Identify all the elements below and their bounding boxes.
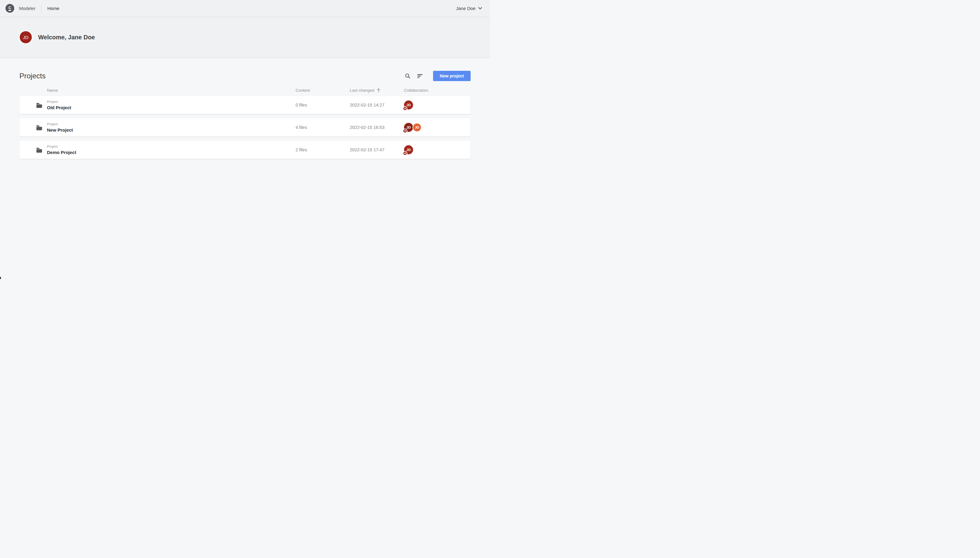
project-name: Demo Project (47, 149, 296, 155)
logo-underline (8, 10, 11, 11)
project-row-new-project[interactable]: Project New Project 4 files 2022-02-15 1… (20, 118, 471, 136)
projects-section: Projects (0, 58, 490, 159)
column-header-name[interactable]: Name (47, 88, 296, 93)
project-last-changed-cell: 2022-02-15 14:27 (350, 103, 404, 107)
project-type-label: Project (47, 100, 296, 104)
new-project-button[interactable]: New project (433, 71, 471, 81)
projects-table-header: Name Content Last changed Collaborators (20, 88, 471, 93)
folder-icon (20, 102, 47, 108)
project-collaborators-cell: JD ★ (404, 100, 471, 110)
welcome-greeting: Welcome, Jane Doe (38, 34, 95, 41)
search-button[interactable] (402, 71, 413, 81)
column-header-last-changed-label: Last changed (350, 88, 374, 93)
brand-label[interactable]: Modeler (19, 6, 35, 11)
project-name-cell: Project Old Project (47, 100, 296, 110)
search-icon (405, 73, 411, 79)
folder-icon (20, 147, 47, 153)
bottom-left-artifact (0, 277, 1, 279)
sort-button[interactable] (415, 71, 425, 81)
project-content-cell: 2 files (296, 148, 350, 152)
welcome-avatar: JD (20, 31, 32, 43)
project-collaborators-cell: JD ★ (404, 145, 471, 154)
column-header-content[interactable]: Content (296, 88, 350, 93)
star-badge-icon: ★ (403, 151, 407, 156)
chevron-down-icon (478, 7, 482, 10)
collaborator-avatar: JD ★ (404, 145, 413, 154)
column-header-collaborators: Collaborators (404, 88, 471, 93)
logo-letter: C (8, 6, 11, 10)
user-name: Jane Doe (456, 6, 476, 11)
project-name-cell: Project Demo Project (47, 144, 296, 155)
top-navbar: C Modeler Home Jane Doe (0, 0, 490, 17)
column-header-last-changed[interactable]: Last changed (350, 88, 404, 93)
collaborator-avatar: JD ★ (404, 123, 413, 132)
sort-arrow-up-icon (376, 88, 380, 93)
project-name-cell: Project New Project (47, 122, 296, 133)
star-badge-icon: ★ (403, 129, 407, 133)
project-row-old-project[interactable]: Project Old Project 0 files 2022-02-15 1… (20, 96, 471, 114)
project-type-label: Project (47, 122, 296, 126)
projects-header: Projects (20, 71, 471, 81)
project-row-demo-project[interactable]: Project Demo Project 2 files 2022-02-15 … (20, 141, 471, 159)
user-menu[interactable]: Jane Doe (456, 6, 482, 11)
project-type-label: Project (47, 144, 296, 149)
camunda-logo-icon[interactable]: C (5, 4, 14, 13)
project-content-cell: 0 files (296, 103, 350, 107)
app-window: C Modeler Home Jane Doe JD Welcome, Jane… (0, 0, 490, 279)
projects-actions: New project (402, 71, 471, 81)
folder-icon (20, 125, 47, 131)
collaborator-avatar: JD (412, 123, 422, 132)
topbar-divider (41, 5, 41, 12)
project-last-changed-cell: 2022-02-15 16:53 (350, 125, 404, 130)
projects-title: Projects (20, 72, 46, 80)
welcome-banner: JD Welcome, Jane Doe (0, 17, 490, 58)
star-badge-icon: ★ (403, 106, 407, 111)
project-name: Old Project (47, 105, 296, 110)
project-name: New Project (47, 127, 296, 133)
collaborator-avatar: JD ★ (404, 100, 413, 110)
project-last-changed-cell: 2022-02-15 17:47 (350, 148, 404, 152)
project-collaborators-cell: JD ★ JD (404, 123, 471, 132)
nav-home-link[interactable]: Home (47, 6, 59, 11)
sort-lines-icon (417, 73, 423, 79)
project-content-cell: 4 files (296, 125, 350, 130)
